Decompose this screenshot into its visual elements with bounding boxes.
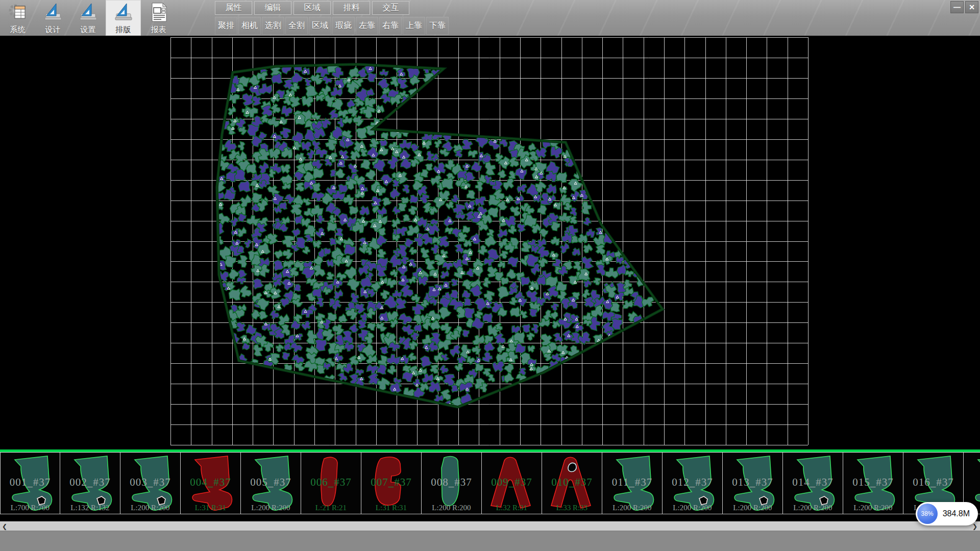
piece-id-label: 005_#37 bbox=[241, 476, 301, 489]
piece-counts-label: L:132 R:132 bbox=[60, 504, 120, 512]
menu-tab-region[interactable]: 区域 bbox=[293, 1, 331, 15]
tool-button-cut-all[interactable]: 全割 bbox=[285, 17, 308, 35]
piece-thumbnail-strip: 001_#37L:700 R:700002_#37L:132 R:132003_… bbox=[0, 449, 980, 514]
piece-id-label: 014_#37 bbox=[783, 476, 843, 489]
menu-tab-bar: 属性编辑区域排料交互 bbox=[215, 1, 409, 16]
tool-button-camera[interactable]: 相机 bbox=[238, 17, 261, 35]
ruler-board-icon bbox=[78, 2, 99, 23]
menu-tab-interact[interactable]: 交互 bbox=[372, 1, 409, 15]
piece-counts-label: L:31 R:31 bbox=[181, 504, 240, 512]
tool-button-snap-left[interactable]: 左靠 bbox=[356, 17, 378, 35]
piece-counts-label: L:200 R:200 bbox=[843, 504, 903, 512]
tool-button-bar: 聚排相机选割全割区域瑕疵左靠右靠上靠下靠 bbox=[215, 17, 449, 35]
piece-id-label: 002_#37 bbox=[60, 476, 120, 489]
thumbnail-cell[interactable]: 003_#37L:200 R:200 bbox=[120, 452, 181, 514]
piece-counts-label: L:200 R:200 bbox=[120, 504, 180, 512]
tool-button-snap-right[interactable]: 右靠 bbox=[379, 17, 402, 35]
piece-id-label: 006_#37 bbox=[301, 476, 361, 489]
tool-button-defect[interactable]: 瑕疵 bbox=[332, 17, 355, 35]
mode-button-label: 排版 bbox=[106, 25, 141, 35]
thumbnail-cell[interactable]: 006_#37L:21 R:21 bbox=[301, 452, 361, 514]
mode-button-label: 设置 bbox=[70, 25, 106, 35]
ruler-board-icon bbox=[42, 2, 64, 23]
thumbnail-cell[interactable]: 011_#37L:200 R:200 bbox=[602, 452, 663, 514]
thumbnail-cell[interactable]: 012_#37L:200 R:200 bbox=[663, 452, 723, 514]
piece-id-label: 003_#37 bbox=[120, 476, 180, 489]
nesting-app-window: 系统设计设置排版报表 属性编辑区域排料交互 聚排相机选割全割区域瑕疵左靠右靠上靠… bbox=[0, 0, 980, 551]
piece-id-label: 015_#37 bbox=[843, 476, 903, 489]
thumbnail-cell[interactable]: 002_#37L:132 R:132 bbox=[60, 452, 120, 514]
mode-button-system[interactable]: 系统 bbox=[0, 0, 35, 36]
piece-id-label: 001_#37 bbox=[1, 476, 60, 489]
nesting-canvas[interactable] bbox=[0, 36, 980, 449]
piece-counts-label: L:31 R:31 bbox=[361, 504, 421, 512]
piece-counts-label: L:200 R:200 bbox=[723, 504, 782, 512]
window-controls: — ✕ bbox=[950, 1, 978, 13]
mode-button-design[interactable]: 设计 bbox=[35, 0, 70, 36]
piece-id-label: 012_#37 bbox=[663, 476, 722, 489]
piece-counts-label: L:200 R:200 bbox=[783, 504, 843, 512]
menu-tab-properties[interactable]: 属性 bbox=[215, 1, 252, 15]
thumbnail-cell[interactable]: 004_#37L:31 R:31 bbox=[181, 452, 241, 514]
piece-counts-label: L:200 R:200 bbox=[422, 504, 481, 512]
piece-id-label: 007_#37 bbox=[361, 476, 421, 489]
mode-button-nesting[interactable]: 排版 bbox=[106, 0, 141, 36]
memory-percent-icon: 38% bbox=[917, 504, 938, 524]
piece-id-label: 011_#37 bbox=[602, 476, 662, 489]
tool-button-region[interactable]: 区域 bbox=[309, 17, 331, 35]
scroll-right-icon[interactable]: ❯ bbox=[972, 522, 977, 531]
ruler-board-icon bbox=[113, 2, 134, 23]
piece-counts-label: L:32 R:31 bbox=[482, 504, 542, 512]
piece-id-label: 008_#37 bbox=[422, 476, 481, 489]
thumbnail-cell[interactable]: 013_#37L:200 R:200 bbox=[723, 452, 783, 514]
thumbnail-cell[interactable]: 001_#37L:700 R:700 bbox=[0, 452, 60, 514]
piece-id-label: 016_#37 bbox=[903, 476, 963, 489]
gear-spreadsheet-icon bbox=[7, 2, 29, 23]
piece-id-label: 004_#37 bbox=[181, 476, 240, 489]
piece-id-label: 009_#37 bbox=[482, 476, 542, 489]
thumbnail-cell[interactable]: 005_#37L:200 R:200 bbox=[241, 452, 301, 514]
tool-button-snap-down[interactable]: 下靠 bbox=[426, 17, 449, 35]
scroll-left-icon[interactable]: ❮ bbox=[2, 522, 7, 531]
status-bar bbox=[0, 531, 980, 551]
horizontal-scrollbar[interactable]: ❮ ❯ bbox=[0, 521, 980, 531]
thumbnail-cell[interactable]: 010_#37L:33 R:33 bbox=[542, 452, 602, 514]
thumbnail-cell[interactable]: 009_#37L:32 R:31 bbox=[482, 452, 542, 514]
thumbnail-cell[interactable]: 007_#37L:31 R:31 bbox=[361, 452, 422, 514]
mode-button-label: 设计 bbox=[35, 25, 70, 35]
piece-counts-label: L:700 R:700 bbox=[1, 504, 60, 512]
top-toolbar: 系统设计设置排版报表 属性编辑区域排料交互 聚排相机选割全割区域瑕疵左靠右靠上靠… bbox=[0, 0, 980, 36]
memory-usage-badge[interactable]: 38% 384.8M bbox=[916, 502, 978, 525]
menu-tab-edit[interactable]: 编辑 bbox=[254, 1, 291, 15]
mode-button-report[interactable]: 报表 bbox=[141, 0, 176, 36]
menu-tab-nesting[interactable]: 排料 bbox=[333, 1, 370, 15]
thumbnail-cell[interactable]: 014_#37L:200 R:200 bbox=[783, 452, 843, 514]
tool-button-snap-up[interactable]: 上靠 bbox=[403, 17, 425, 35]
thumbnail-cell[interactable]: 015_#37L:200 R:200 bbox=[843, 452, 903, 514]
piece-counts-label: L:200 R:200 bbox=[602, 504, 662, 512]
mode-button-label: 系统 bbox=[0, 25, 35, 35]
report-doc-icon bbox=[148, 2, 169, 23]
piece-counts-label: L:200 R:200 bbox=[241, 504, 301, 512]
memory-amount: 384.8M bbox=[943, 509, 970, 518]
piece-counts-label: L:200 R:200 bbox=[663, 504, 722, 512]
piece-id-label: 013_#37 bbox=[723, 476, 782, 489]
close-button[interactable]: ✕ bbox=[965, 1, 978, 13]
piece-counts-label: L:21 R:21 bbox=[301, 504, 361, 512]
piece-counts-label: L:33 R:33 bbox=[542, 504, 602, 512]
thumbnail-cell[interactable]: 008_#37L:200 R:200 bbox=[422, 452, 482, 514]
tool-button-select-cut[interactable]: 选割 bbox=[262, 17, 284, 35]
piece-id-label: 010_#37 bbox=[542, 476, 602, 489]
mode-button-setup[interactable]: 设置 bbox=[70, 0, 106, 36]
tool-button-cluster-nest[interactable]: 聚排 bbox=[215, 17, 237, 35]
minimize-button[interactable]: — bbox=[950, 1, 964, 13]
mode-button-label: 报表 bbox=[141, 25, 176, 35]
